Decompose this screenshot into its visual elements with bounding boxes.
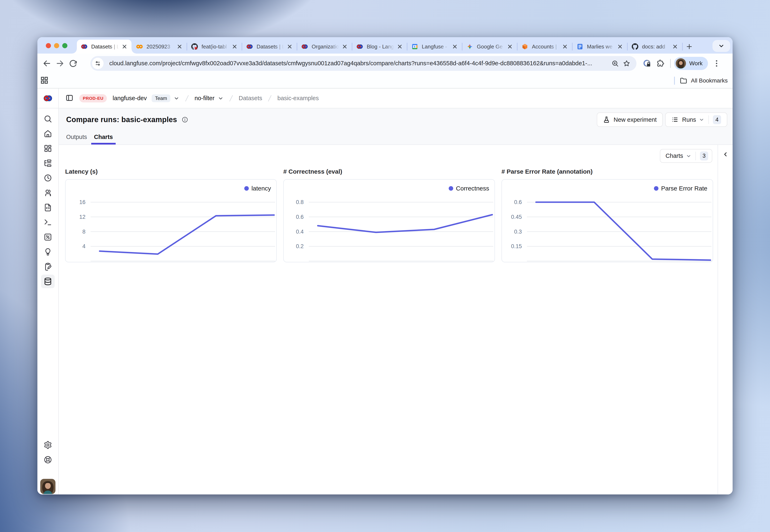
window-zoom-button[interactable] xyxy=(62,43,67,48)
tab-close-icon[interactable] xyxy=(231,43,238,50)
langfuse-icon xyxy=(81,43,87,50)
sidebar-item-home[interactable] xyxy=(41,127,55,140)
browser-tab-11[interactable]: docs: add xyxy=(628,40,682,54)
browser-tab-4[interactable]: Datasets | L xyxy=(242,40,297,54)
window-minimize-button[interactable] xyxy=(54,43,59,48)
browser-tab-2[interactable]: 20250923 xyxy=(132,40,186,54)
legend-dot-icon xyxy=(244,186,249,191)
password-manager-icon[interactable] xyxy=(641,57,654,70)
tab-close-icon[interactable] xyxy=(396,43,403,50)
sidebar-item-annotation[interactable] xyxy=(41,260,55,273)
zoom-icon[interactable] xyxy=(609,58,621,69)
chart-3: # Parse Error Rate (annotation)0.150.30.… xyxy=(501,168,713,262)
tab-title: Datasets | L xyxy=(257,44,284,50)
support-icon[interactable] xyxy=(41,453,55,467)
breadcrumb-org[interactable]: langfuse-dev xyxy=(112,95,147,102)
list-icon xyxy=(671,116,678,123)
reload-button[interactable] xyxy=(67,57,80,70)
project-switcher-chevron-icon[interactable] xyxy=(218,95,224,101)
langfuse-logo-icon[interactable] xyxy=(37,88,58,108)
sidebar-item-insights[interactable] xyxy=(41,245,55,259)
svg-text:0.45: 0.45 xyxy=(511,214,522,220)
header-actions: New experiment Runs 4 xyxy=(597,112,727,127)
svg-text:0.8: 0.8 xyxy=(296,199,304,205)
breadcrumb-separator xyxy=(184,94,189,102)
info-icon[interactable] xyxy=(181,116,188,123)
tab-close-icon[interactable] xyxy=(507,43,513,50)
cube-icon xyxy=(522,43,528,50)
bookmark-star-icon[interactable] xyxy=(621,58,632,69)
sidebar-item-search[interactable] xyxy=(41,112,55,126)
sidebar-toggle-icon[interactable] xyxy=(65,94,74,103)
folder-icon xyxy=(679,77,688,85)
tab-close-icon[interactable] xyxy=(452,43,458,50)
tab-close-icon[interactable] xyxy=(176,43,183,50)
sidebar-item-dashboard[interactable] xyxy=(41,142,55,155)
tab-search-button[interactable] xyxy=(713,40,730,52)
browser-tab-6[interactable]: Blog - Lang xyxy=(352,40,407,54)
tab-close-icon[interactable] xyxy=(286,43,293,50)
breadcrumb-section[interactable]: Datasets xyxy=(239,95,262,102)
url-bar[interactable]: cloud.langfuse.com/project/cmfwgv8fx002o… xyxy=(90,56,637,71)
breadcrumb-project[interactable]: no-filter xyxy=(195,95,215,102)
charts-dropdown-button[interactable]: Charts 3 xyxy=(660,149,712,163)
settings-icon[interactable] xyxy=(41,438,55,452)
sidebar-item-playground[interactable] xyxy=(41,216,55,229)
svg-text:0.3: 0.3 xyxy=(514,229,522,235)
browser-tab-3[interactable]: feat(io-tabl xyxy=(187,40,242,54)
tab-close-icon[interactable] xyxy=(562,43,568,50)
tab-close-icon[interactable] xyxy=(617,43,623,50)
tab-close-icon[interactable] xyxy=(121,43,128,50)
new-experiment-button[interactable]: New experiment xyxy=(597,112,663,127)
browser-tab-5[interactable]: Organizatio xyxy=(297,40,352,54)
chart-legend: latency xyxy=(244,185,271,192)
svg-text:0.15: 0.15 xyxy=(511,243,522,249)
app-sidebar xyxy=(37,88,59,494)
forward-button[interactable] xyxy=(53,57,67,70)
chart-card: 0.150.30.450.6Parse Error Rate xyxy=(501,179,713,262)
site-settings-icon[interactable] xyxy=(92,58,103,69)
breadcrumb-item[interactable]: basic-examples xyxy=(277,95,319,102)
profile-chip[interactable]: Work xyxy=(674,57,708,70)
all-bookmarks-button[interactable]: All Bookmarks xyxy=(679,77,728,85)
page-header: Compare runs: basic-examples New experim… xyxy=(59,108,733,131)
chart-card: 0.20.40.60.8Correctness xyxy=(283,179,495,262)
tab-title: Organizatio xyxy=(312,44,339,50)
svg-text:0.6: 0.6 xyxy=(514,199,522,205)
window-close-button[interactable] xyxy=(46,43,51,48)
chart-legend: Correctness xyxy=(449,185,489,192)
browser-tab-8[interactable]: Google Ge xyxy=(462,40,517,54)
sidebar-item-datasets[interactable] xyxy=(41,275,55,288)
tab-close-icon[interactable] xyxy=(341,43,348,50)
back-button[interactable] xyxy=(40,57,53,70)
browser-tab-9[interactable]: Accounts | xyxy=(517,40,572,54)
browser-menu-icon[interactable] xyxy=(710,57,723,70)
chart-title: Latency (s) xyxy=(65,168,277,176)
chart-legend: Parse Error Rate xyxy=(654,185,707,192)
extensions-puzzle-icon[interactable] xyxy=(654,57,667,70)
environment-badge[interactable]: PROD-EU xyxy=(79,94,107,102)
apps-grid-icon[interactable] xyxy=(40,76,50,86)
runs-button[interactable]: Runs 4 xyxy=(665,112,727,127)
new-tab-button[interactable] xyxy=(683,40,696,54)
legend-label: latency xyxy=(252,185,271,192)
chart-title: # Correctness (eval) xyxy=(283,168,495,176)
tab-outputs[interactable]: Outputs xyxy=(63,134,90,144)
tab-charts[interactable]: Charts xyxy=(91,134,116,144)
browser-tab-7[interactable]: 6Langfuse - xyxy=(407,40,462,54)
bookmarks-divider xyxy=(674,77,675,85)
tab-title: 20250923 xyxy=(146,44,174,50)
collapse-panel-icon[interactable] xyxy=(721,150,730,159)
tab-close-icon[interactable] xyxy=(672,43,678,50)
sidebar-item-prompts[interactable] xyxy=(41,201,55,214)
tab-title: Blog - Lang xyxy=(367,44,394,50)
sidebar-item-tracing[interactable] xyxy=(41,156,55,170)
org-switcher-chevron-icon[interactable] xyxy=(173,95,179,101)
sidebar-item-sessions[interactable] xyxy=(41,171,55,185)
user-avatar[interactable] xyxy=(40,479,55,494)
sidebar-item-evals[interactable] xyxy=(41,230,55,244)
browser-tab-1[interactable]: Datasets | L xyxy=(77,40,131,54)
browser-tab-10[interactable]: Marlies we xyxy=(572,40,627,54)
sidebar-item-users[interactable] xyxy=(41,186,55,199)
url-text[interactable]: cloud.langfuse.com/project/cmfwgv8fx002o… xyxy=(109,60,609,67)
